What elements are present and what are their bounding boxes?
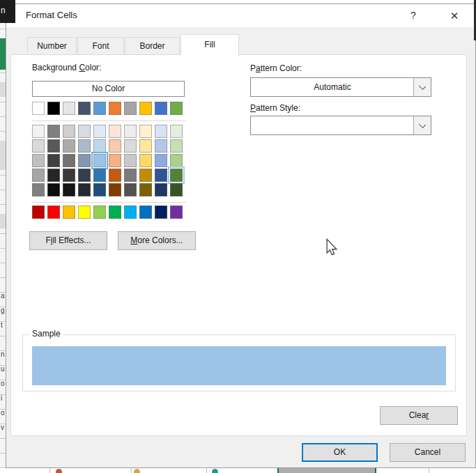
color-swatch[interactable] (109, 206, 121, 219)
color-swatch[interactable] (170, 169, 183, 182)
gridline (429, 468, 429, 473)
color-swatch[interactable] (155, 102, 167, 115)
tab-font[interactable]: Font (77, 37, 124, 55)
color-swatch[interactable] (124, 183, 137, 196)
color-swatch[interactable] (139, 102, 152, 115)
color-swatch[interactable] (47, 102, 60, 115)
sample-fill-preview (32, 346, 446, 385)
color-swatch[interactable] (139, 183, 152, 196)
color-swatch[interactable] (139, 206, 152, 219)
color-swatch[interactable] (32, 102, 45, 115)
color-swatch[interactable] (93, 206, 106, 219)
color-swatch[interactable] (32, 139, 45, 153)
color-swatch[interactable] (78, 183, 91, 196)
color-swatch[interactable] (93, 154, 106, 167)
color-swatch[interactable] (170, 206, 183, 219)
color-swatch[interactable] (32, 169, 45, 182)
help-icon[interactable]: ? (404, 7, 422, 24)
color-swatch[interactable] (155, 139, 167, 153)
color-swatch[interactable] (109, 169, 121, 182)
color-swatch[interactable] (170, 183, 183, 196)
color-swatch[interactable] (124, 206, 137, 219)
color-swatch[interactable] (124, 154, 137, 167)
color-swatch[interactable] (93, 102, 106, 115)
color-swatch[interactable] (139, 154, 152, 167)
color-swatch[interactable] (63, 139, 75, 153)
color-swatch[interactable] (63, 154, 75, 167)
color-swatch[interactable] (124, 102, 137, 115)
color-swatch[interactable] (155, 125, 167, 138)
color-swatch[interactable] (139, 125, 152, 138)
color-swatch[interactable] (155, 154, 167, 167)
dropdown-arrow-button[interactable] (413, 116, 431, 134)
tab-number[interactable]: Number (27, 37, 77, 55)
color-swatch[interactable] (155, 206, 167, 219)
color-swatch[interactable] (63, 125, 75, 138)
color-swatch[interactable] (63, 206, 75, 219)
color-swatch[interactable] (63, 169, 75, 182)
label-text: Clea (409, 410, 427, 420)
color-swatch[interactable] (139, 139, 152, 153)
clear-button[interactable]: Clear (380, 406, 458, 425)
color-swatch[interactable] (47, 183, 60, 196)
color-swatch[interactable] (63, 102, 75, 115)
color-swatch[interactable] (93, 125, 106, 138)
cancel-button[interactable]: Cancel (390, 443, 466, 462)
label-text: F (45, 235, 50, 245)
mouse-cursor (325, 238, 338, 258)
cell-text-fragment: t (1, 322, 3, 329)
color-swatch[interactable] (124, 169, 137, 182)
color-swatch[interactable] (32, 154, 45, 167)
color-swatch[interactable] (124, 125, 137, 138)
color-swatch[interactable] (93, 139, 106, 153)
color-swatch[interactable] (124, 139, 137, 153)
color-swatch[interactable] (93, 183, 106, 196)
color-swatch[interactable] (78, 102, 91, 115)
ok-button[interactable]: OK (302, 443, 378, 462)
gridline (49, 468, 50, 473)
cell-text-fragment: u (1, 366, 5, 373)
pattern-style-dropdown[interactable] (250, 116, 431, 135)
color-swatch[interactable] (78, 125, 91, 138)
color-swatch[interactable] (170, 139, 183, 153)
color-swatch[interactable] (109, 125, 121, 138)
color-swatch[interactable] (155, 183, 167, 196)
color-swatch[interactable] (47, 206, 60, 219)
dropdown-arrow-button[interactable] (413, 78, 431, 96)
color-swatch[interactable] (170, 125, 183, 138)
divider (32, 202, 186, 203)
color-swatch[interactable] (47, 154, 60, 167)
color-swatch[interactable] (109, 139, 121, 153)
more-colors-button[interactable]: More Colors... (118, 231, 196, 250)
color-swatch[interactable] (109, 102, 121, 115)
theme-variant-grid (32, 125, 183, 198)
fill-effects-button[interactable]: Fill Effects... (29, 231, 107, 250)
color-swatch[interactable] (78, 139, 91, 153)
pattern-color-dropdown[interactable]: Automatic (250, 77, 431, 97)
color-swatch[interactable] (139, 169, 152, 182)
cell-text-fragment: v (1, 424, 4, 431)
color-swatch[interactable] (32, 206, 45, 219)
close-icon[interactable]: ✕ (444, 7, 465, 24)
no-color-button[interactable]: No Color (32, 81, 185, 97)
color-swatch[interactable] (47, 125, 60, 138)
color-swatch[interactable] (170, 154, 183, 167)
tab-border[interactable]: Border (125, 37, 180, 55)
color-swatch[interactable] (78, 206, 91, 219)
sample-groupbox: Sample (22, 334, 456, 391)
color-swatch[interactable] (63, 183, 75, 196)
color-swatch[interactable] (155, 169, 167, 182)
color-swatch[interactable] (47, 139, 60, 153)
color-swatch[interactable] (47, 169, 60, 182)
color-swatch[interactable] (32, 183, 45, 196)
color-swatch[interactable] (109, 183, 121, 196)
tab-fill-active[interactable]: Fill (181, 34, 239, 56)
color-swatch[interactable] (170, 102, 183, 115)
color-swatch[interactable] (93, 169, 106, 182)
color-swatch[interactable] (32, 125, 45, 138)
color-swatch[interactable] (78, 154, 91, 167)
title-bar[interactable]: Format Cells ? ✕ (6, 4, 475, 27)
label-text: P (250, 63, 256, 73)
color-swatch[interactable] (78, 169, 91, 182)
color-swatch[interactable] (109, 154, 121, 167)
